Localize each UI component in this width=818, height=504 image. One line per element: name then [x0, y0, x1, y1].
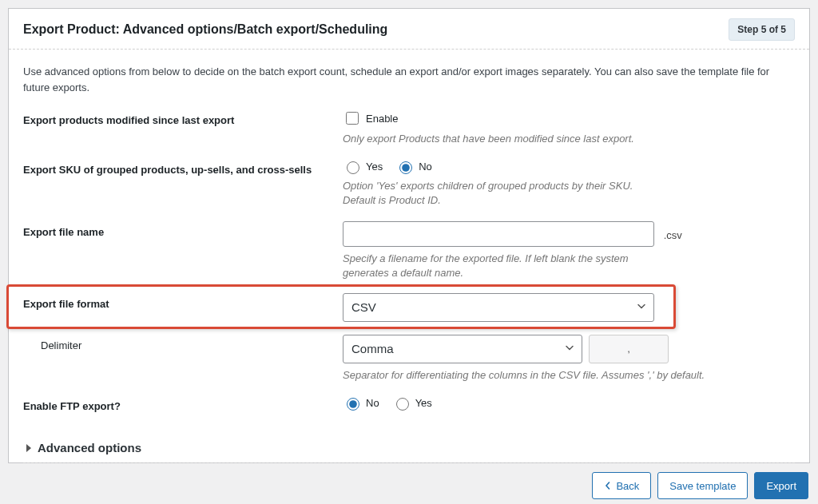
- save-template-button[interactable]: Save template: [657, 472, 748, 499]
- filename-input[interactable]: [343, 221, 654, 247]
- filename-ext: .csv: [664, 229, 682, 241]
- sku-yes-radio[interactable]: [347, 161, 359, 174]
- panel-header: Export Product: Advanced options/Batch e…: [9, 9, 809, 50]
- advanced-options-label: Advanced options: [38, 441, 141, 454]
- row-filename: Export file name .csv Specify a filename…: [9, 215, 809, 287]
- step-badge: Step 5 of 5: [729, 18, 795, 41]
- delimiter-value: Comma: [351, 342, 394, 355]
- help-sku: Option 'Yes' exports children of grouped…: [343, 179, 662, 208]
- control-ftp: No Yes: [343, 395, 795, 411]
- control-filename: .csv Specify a filename for the exported…: [343, 221, 795, 280]
- sku-yes-text: Yes: [366, 161, 383, 173]
- export-panel: Export Product: Advanced options/Batch e…: [8, 8, 810, 463]
- label-filename: Export file name: [23, 221, 343, 238]
- chevron-left-icon: [604, 480, 612, 492]
- label-format: Export file format: [23, 293, 343, 310]
- enable-checkbox[interactable]: [346, 112, 359, 125]
- label-sku: Export SKU of grouped products, up-sells…: [23, 159, 343, 176]
- ftp-yes-text: Yes: [415, 397, 432, 409]
- label-ftp: Enable FTP export?: [23, 395, 343, 412]
- delimiter-char: ,: [589, 335, 669, 363]
- advanced-options-toggle[interactable]: Advanced options: [23, 433, 795, 463]
- enable-checkbox-label[interactable]: Enable: [343, 109, 795, 127]
- row-ftp: Enable FTP export? No Yes: [9, 389, 809, 419]
- help-modified: Only export Products that have been modi…: [343, 132, 662, 146]
- control-delimiter: Comma , Separator for differentiating th…: [343, 335, 795, 383]
- delimiter-select[interactable]: Comma: [343, 335, 582, 363]
- page-title: Export Product: Advanced options/Batch e…: [23, 22, 387, 37]
- row-format: Export file format CSV: [9, 287, 809, 328]
- label-delimiter: Delimiter: [41, 335, 343, 351]
- row-modified: Export products modified since last expo…: [9, 103, 809, 153]
- sku-no-text: No: [419, 161, 432, 173]
- ftp-yes-option[interactable]: Yes: [392, 395, 432, 411]
- footer-bar: Back Save template Export: [592, 472, 808, 499]
- save-label: Save template: [669, 480, 736, 492]
- sku-no-radio[interactable]: [399, 161, 412, 174]
- row-delimiter: Delimiter Comma , Separator for differen…: [9, 328, 809, 389]
- help-filename: Specify a filename for the exported file…: [343, 252, 662, 280]
- sku-yes-option[interactable]: Yes: [343, 159, 383, 174]
- format-value: CSV: [351, 300, 376, 314]
- export-button[interactable]: Export: [754, 472, 808, 499]
- triangle-right-icon: [26, 444, 31, 452]
- control-format: CSV: [343, 293, 795, 322]
- row-sku: Export SKU of grouped products, up-sells…: [9, 153, 809, 214]
- ftp-no-radio[interactable]: [347, 398, 359, 411]
- label-modified: Export products modified since last expo…: [23, 109, 343, 126]
- format-select[interactable]: CSV: [343, 293, 654, 322]
- control-sku: Yes No Option 'Yes' exports children of …: [343, 159, 795, 208]
- ftp-no-text: No: [366, 397, 379, 409]
- enable-text: Enable: [366, 113, 398, 125]
- help-delimiter: Separator for differentiating the column…: [343, 368, 710, 383]
- intro-text: Use advanced options from below to decid…: [9, 50, 809, 103]
- ftp-no-option[interactable]: No: [343, 395, 379, 411]
- export-label: Export: [766, 480, 796, 492]
- ftp-yes-radio[interactable]: [396, 398, 409, 411]
- control-modified: Enable Only export Products that have be…: [343, 109, 795, 146]
- sku-no-option[interactable]: No: [395, 159, 432, 174]
- back-button[interactable]: Back: [592, 472, 651, 499]
- back-label: Back: [616, 480, 639, 492]
